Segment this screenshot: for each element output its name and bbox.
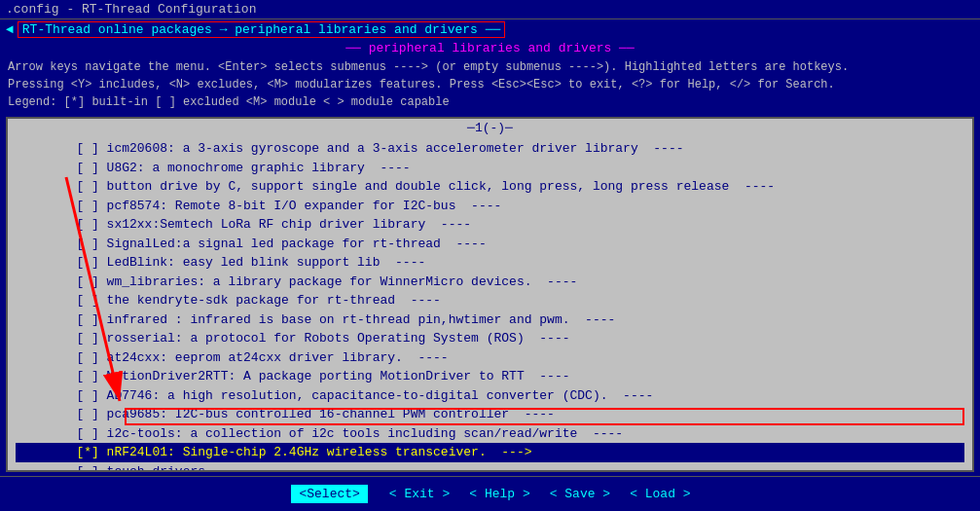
list-item[interactable]: [ ] touch drivers ---- <box>16 462 964 473</box>
load-button[interactable]: < Load > <box>630 487 690 501</box>
info-text: ── peripheral libraries and drivers ── <box>345 41 634 55</box>
list-item[interactable]: [ ] pcf8574: Remote 8-bit I/O expander f… <box>16 197 964 216</box>
list-item[interactable]: [ ] pca9685: I2C-bus controlled 16-chann… <box>16 405 964 424</box>
list-item[interactable]: [ ] LedBlink: easy led blink support lib… <box>16 253 964 273</box>
list-item[interactable]: [ ] at24cxx: eeprom at24cxx driver libra… <box>16 348 964 368</box>
main-panel: ─1(-)─ [ ] icm20608: a 3-axis gyroscope … <box>6 117 974 472</box>
help-line2: Pressing <Y> includes, <N> excludes, <M>… <box>8 76 972 93</box>
list-item[interactable]: [ ] AD7746: a high resolution, capacitan… <box>16 386 964 406</box>
list-item[interactable]: [ ] MotionDriver2RTT: A package porting … <box>16 367 964 386</box>
bottom-bar: <Select> < Exit > < Help > < Save > < Lo… <box>0 476 980 511</box>
list-item[interactable]: [ ] button drive by C, support single an… <box>16 177 964 197</box>
list-item[interactable]: [ ] the kendryte-sdk package for rt-thre… <box>16 291 964 310</box>
help-button[interactable]: < Help > <box>469 487 529 501</box>
panel-content: [ ] icm20608: a 3-axis gyroscope and a 3… <box>8 137 972 472</box>
help-text: Arrow keys navigate the menu. <Enter> se… <box>0 56 980 113</box>
breadcrumb-bar: ◄ RT-Thread online packages → peripheral… <box>0 19 980 40</box>
list-item[interactable]: [ ] i2c-tools: a collection of i2c tools… <box>16 424 964 444</box>
list-item[interactable]: [ ] rosserial: a protocol for Robots Ope… <box>16 329 964 348</box>
help-line3: Legend: [*] built-in [ ] excluded <M> mo… <box>8 93 972 111</box>
list-item[interactable]: [*] nRF24L01: Single-chip 2.4GHz wireles… <box>16 443 964 462</box>
list-item[interactable]: [ ] U8G2: a monochrome graphic library -… <box>16 159 964 178</box>
list-item[interactable]: [ ] sx12xx:Semtech LoRa RF chip driver l… <box>16 215 964 235</box>
save-button[interactable]: < Save > <box>550 487 610 501</box>
panel-title: ─1(-)─ <box>8 119 972 137</box>
exit-button[interactable]: < Exit > <box>389 487 450 501</box>
help-line1: Arrow keys navigate the menu. <Enter> se… <box>8 58 972 76</box>
title-text: .config - RT-Thread Configuration <box>6 2 256 17</box>
breadcrumb-arrow: ◄ <box>6 22 14 37</box>
list-item[interactable]: [ ] icm20608: a 3-axis gyroscope and a 3… <box>16 139 964 159</box>
list-item[interactable]: [ ] infrared : infrared is base on rt-th… <box>16 310 964 330</box>
breadcrumb-text: RT-Thread online packages → peripheral l… <box>18 21 505 38</box>
title-bar: .config - RT-Thread Configuration <box>0 0 980 19</box>
app: .config - RT-Thread Configuration ◄ RT-T… <box>0 0 980 511</box>
list-item[interactable]: [ ] wm_libraries: a library package for … <box>16 273 964 292</box>
list-item[interactable]: [ ] SignalLed:a signal led package for r… <box>16 235 964 254</box>
select-button[interactable]: <Select> <box>289 483 369 505</box>
info-bar: ── peripheral libraries and drivers ── <box>0 40 980 56</box>
